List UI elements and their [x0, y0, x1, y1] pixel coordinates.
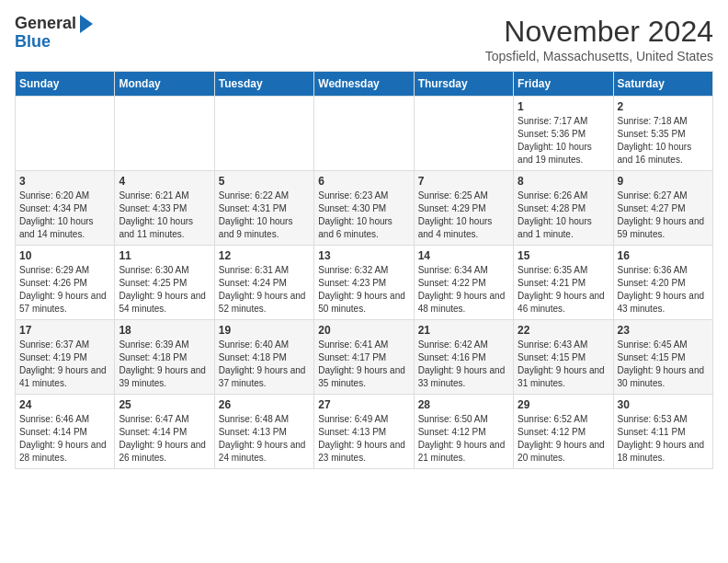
calendar-cell — [414, 97, 513, 171]
calendar-week-row: 24Sunrise: 6:46 AM Sunset: 4:14 PM Dayli… — [16, 395, 713, 469]
calendar-cell: 2Sunrise: 7:18 AM Sunset: 5:35 PM Daylig… — [613, 97, 712, 171]
calendar-cell: 25Sunrise: 6:47 AM Sunset: 4:14 PM Dayli… — [115, 395, 214, 469]
day-number: 28 — [418, 398, 509, 411]
day-info: Sunrise: 6:26 AM Sunset: 4:28 PM Dayligh… — [518, 190, 609, 241]
calendar-cell: 19Sunrise: 6:40 AM Sunset: 4:18 PM Dayli… — [214, 320, 313, 395]
month-title: November 2024 — [485, 15, 713, 49]
calendar-cell: 11Sunrise: 6:30 AM Sunset: 4:25 PM Dayli… — [115, 246, 214, 320]
header-tuesday: Tuesday — [214, 72, 313, 97]
day-info: Sunrise: 6:43 AM Sunset: 4:15 PM Dayligh… — [518, 339, 609, 390]
day-number: 7 — [418, 175, 509, 188]
calendar-week-row: 3Sunrise: 6:20 AM Sunset: 4:34 PM Daylig… — [16, 171, 713, 246]
calendar-cell: 15Sunrise: 6:35 AM Sunset: 4:21 PM Dayli… — [514, 246, 613, 320]
calendar-cell: 12Sunrise: 6:31 AM Sunset: 4:24 PM Dayli… — [214, 246, 313, 320]
calendar-cell: 13Sunrise: 6:32 AM Sunset: 4:23 PM Dayli… — [314, 246, 414, 320]
day-number: 16 — [618, 249, 709, 262]
day-number: 14 — [418, 249, 509, 262]
weekday-header-row: Sunday Monday Tuesday Wednesday Thursday… — [16, 72, 713, 97]
day-info: Sunrise: 6:39 AM Sunset: 4:18 PM Dayligh… — [119, 339, 210, 390]
calendar-cell — [214, 97, 313, 171]
calendar-cell: 14Sunrise: 6:34 AM Sunset: 4:22 PM Dayli… — [414, 246, 513, 320]
calendar-table: Sunday Monday Tuesday Wednesday Thursday… — [15, 71, 713, 469]
day-number: 13 — [318, 249, 409, 262]
day-number: 10 — [19, 249, 110, 262]
day-info: Sunrise: 6:52 AM Sunset: 4:12 PM Dayligh… — [518, 413, 609, 465]
calendar-cell: 16Sunrise: 6:36 AM Sunset: 4:20 PM Dayli… — [613, 246, 712, 320]
calendar-header: Sunday Monday Tuesday Wednesday Thursday… — [16, 72, 713, 97]
day-number: 12 — [219, 249, 310, 262]
calendar-cell: 26Sunrise: 6:48 AM Sunset: 4:13 PM Dayli… — [214, 395, 313, 469]
logo-general: General — [15, 15, 76, 33]
day-number: 27 — [318, 398, 409, 411]
header-thursday: Thursday — [414, 72, 513, 97]
title-block: November 2024 Topsfield, Massachusetts, … — [485, 15, 713, 63]
calendar-week-row: 10Sunrise: 6:29 AM Sunset: 4:26 PM Dayli… — [16, 246, 713, 320]
calendar-cell: 27Sunrise: 6:49 AM Sunset: 4:13 PM Dayli… — [314, 395, 414, 469]
calendar-cell: 29Sunrise: 6:52 AM Sunset: 4:12 PM Dayli… — [514, 395, 613, 469]
calendar-cell: 6Sunrise: 6:23 AM Sunset: 4:30 PM Daylig… — [314, 171, 414, 246]
day-number: 8 — [518, 175, 609, 188]
calendar-cell: 10Sunrise: 6:29 AM Sunset: 4:26 PM Dayli… — [16, 246, 115, 320]
calendar-cell: 23Sunrise: 6:45 AM Sunset: 4:15 PM Dayli… — [613, 320, 712, 395]
day-info: Sunrise: 6:53 AM Sunset: 4:11 PM Dayligh… — [618, 413, 709, 465]
day-info: Sunrise: 6:42 AM Sunset: 4:16 PM Dayligh… — [418, 339, 509, 390]
day-number: 23 — [618, 324, 709, 337]
day-info: Sunrise: 7:18 AM Sunset: 5:35 PM Dayligh… — [618, 115, 709, 167]
day-info: Sunrise: 6:22 AM Sunset: 4:31 PM Dayligh… — [219, 190, 310, 241]
calendar-cell: 4Sunrise: 6:21 AM Sunset: 4:33 PM Daylig… — [115, 171, 214, 246]
day-info: Sunrise: 6:45 AM Sunset: 4:15 PM Dayligh… — [618, 339, 709, 390]
header-sunday: Sunday — [16, 72, 115, 97]
day-info: Sunrise: 6:25 AM Sunset: 4:29 PM Dayligh… — [418, 190, 509, 241]
calendar-cell: 28Sunrise: 6:50 AM Sunset: 4:12 PM Dayli… — [414, 395, 513, 469]
day-info: Sunrise: 6:50 AM Sunset: 4:12 PM Dayligh… — [418, 413, 509, 465]
day-number: 2 — [618, 100, 709, 113]
calendar-cell: 5Sunrise: 6:22 AM Sunset: 4:31 PM Daylig… — [214, 171, 313, 246]
calendar-cell: 30Sunrise: 6:53 AM Sunset: 4:11 PM Dayli… — [613, 395, 712, 469]
day-info: Sunrise: 6:31 AM Sunset: 4:24 PM Dayligh… — [219, 264, 310, 316]
logo-arrow-icon — [80, 15, 93, 33]
day-info: Sunrise: 6:34 AM Sunset: 4:22 PM Dayligh… — [418, 264, 509, 316]
calendar-cell: 24Sunrise: 6:46 AM Sunset: 4:14 PM Dayli… — [16, 395, 115, 469]
day-number: 6 — [318, 175, 409, 188]
day-number: 1 — [518, 100, 609, 113]
day-number: 26 — [219, 398, 310, 411]
calendar-body: 1Sunrise: 7:17 AM Sunset: 5:36 PM Daylig… — [16, 97, 713, 469]
day-number: 11 — [119, 249, 210, 262]
day-info: Sunrise: 6:35 AM Sunset: 4:21 PM Dayligh… — [518, 264, 609, 316]
day-info: Sunrise: 6:40 AM Sunset: 4:18 PM Dayligh… — [219, 339, 310, 390]
day-number: 25 — [119, 398, 210, 411]
day-number: 19 — [219, 324, 310, 337]
calendar-cell: 18Sunrise: 6:39 AM Sunset: 4:18 PM Dayli… — [115, 320, 214, 395]
day-info: Sunrise: 6:20 AM Sunset: 4:34 PM Dayligh… — [19, 190, 110, 241]
day-number: 3 — [19, 175, 110, 188]
header-friday: Friday — [514, 72, 613, 97]
calendar-week-row: 17Sunrise: 6:37 AM Sunset: 4:19 PM Dayli… — [16, 320, 713, 395]
day-info: Sunrise: 6:21 AM Sunset: 4:33 PM Dayligh… — [119, 190, 210, 241]
day-number: 9 — [618, 175, 709, 188]
calendar-cell: 21Sunrise: 6:42 AM Sunset: 4:16 PM Dayli… — [414, 320, 513, 395]
day-number: 5 — [219, 175, 310, 188]
day-info: Sunrise: 6:32 AM Sunset: 4:23 PM Dayligh… — [318, 264, 409, 316]
header-wednesday: Wednesday — [314, 72, 414, 97]
day-info: Sunrise: 6:29 AM Sunset: 4:26 PM Dayligh… — [19, 264, 110, 316]
day-info: Sunrise: 6:41 AM Sunset: 4:17 PM Dayligh… — [318, 339, 409, 390]
day-number: 4 — [119, 175, 210, 188]
day-info: Sunrise: 6:46 AM Sunset: 4:14 PM Dayligh… — [19, 413, 110, 465]
day-info: Sunrise: 6:47 AM Sunset: 4:14 PM Dayligh… — [119, 413, 210, 465]
day-info: Sunrise: 6:36 AM Sunset: 4:20 PM Dayligh… — [618, 264, 709, 316]
location-title: Topsfield, Massachusetts, United States — [485, 49, 713, 63]
logo: General Blue — [15, 15, 93, 52]
day-info: Sunrise: 7:17 AM Sunset: 5:36 PM Dayligh… — [518, 115, 609, 167]
day-info: Sunrise: 6:49 AM Sunset: 4:13 PM Dayligh… — [318, 413, 409, 465]
day-number: 15 — [518, 249, 609, 262]
header: General Blue November 2024 Topsfield, Ma… — [15, 15, 713, 63]
day-number: 17 — [19, 324, 110, 337]
calendar-cell: 1Sunrise: 7:17 AM Sunset: 5:36 PM Daylig… — [514, 97, 613, 171]
calendar-cell: 7Sunrise: 6:25 AM Sunset: 4:29 PM Daylig… — [414, 171, 513, 246]
day-number: 21 — [418, 324, 509, 337]
calendar-week-row: 1Sunrise: 7:17 AM Sunset: 5:36 PM Daylig… — [16, 97, 713, 171]
day-number: 30 — [618, 398, 709, 411]
calendar-cell — [16, 97, 115, 171]
calendar-cell: 22Sunrise: 6:43 AM Sunset: 4:15 PM Dayli… — [514, 320, 613, 395]
calendar-cell: 20Sunrise: 6:41 AM Sunset: 4:17 PM Dayli… — [314, 320, 414, 395]
